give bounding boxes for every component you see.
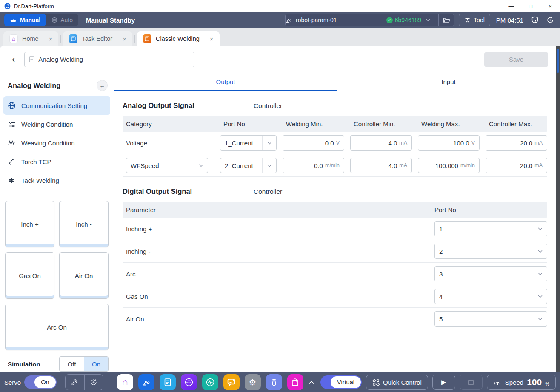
inch-plus-button[interactable]: Inch + <box>5 201 54 247</box>
dock-monitoring-app[interactable] <box>202 374 218 390</box>
arc-on-button[interactable]: Arc On <box>5 304 109 350</box>
folder-icon <box>443 17 450 23</box>
tool-button[interactable]: Tool <box>459 14 490 26</box>
robot-select[interactable]: robot-param-01 ✓ 6b946189 <box>285 14 454 26</box>
port-no-select[interactable]: 3 <box>434 266 547 281</box>
air-on-button[interactable]: Air On <box>59 252 109 299</box>
dock-home-app[interactable]: ⌂ <box>117 374 133 390</box>
dock-task-editor-app[interactable] <box>160 374 176 390</box>
sidebar-item-torch-tcp[interactable]: Torch TCP <box>3 152 110 171</box>
servo-label: Servo <box>4 379 21 386</box>
back-button[interactable]: ‹ <box>12 55 15 64</box>
tool-stand-icon <box>464 17 471 23</box>
settings-wrench-button[interactable] <box>66 375 84 390</box>
sidebar-menu: Communication Setting Welding Condition … <box>0 94 114 194</box>
servo-toggle[interactable]: On <box>24 375 56 389</box>
speed-value: 100 <box>527 377 542 387</box>
sidebar-item-tack-welding[interactable]: Tack Welding <box>3 171 110 190</box>
tack-weld-icon <box>8 176 16 185</box>
auto-mode-button[interactable]: Auto <box>46 14 78 26</box>
controller-max-input[interactable]: 20.0mA <box>486 158 547 173</box>
maximize-button[interactable]: □ <box>521 0 540 12</box>
sidebar-title: Analog Welding <box>8 82 60 90</box>
open-file-button[interactable] <box>439 14 454 26</box>
inch-minus-button[interactable]: Inch - <box>59 201 109 247</box>
digital-row-air-on: Air On 5 <box>123 308 547 330</box>
tab-task-editor[interactable]: Task Editor × <box>63 31 132 46</box>
recovery-button[interactable] <box>545 14 556 26</box>
port-no-select[interactable]: 1_Current <box>220 135 277 151</box>
safety-shield-button[interactable] <box>529 14 540 26</box>
speed-unit: % <box>545 381 549 386</box>
dock-robot-param-app[interactable] <box>138 374 154 390</box>
speed-button[interactable]: Speed 100 % <box>487 375 556 390</box>
port-no-select[interactable]: 4 <box>434 289 547 304</box>
chevron-down-icon[interactable] <box>426 18 431 22</box>
robot-name: robot-param-01 <box>296 17 337 23</box>
jog-pad-icon <box>184 378 194 387</box>
quick-control-icon <box>372 379 380 386</box>
dock-remote-app[interactable] <box>266 374 282 390</box>
port-no-select[interactable]: 5 <box>434 311 547 327</box>
sidebar-item-communication-setting[interactable]: Communication Setting <box>3 96 110 115</box>
welding-min-input[interactable]: 0.0m/min <box>283 158 344 173</box>
manual-mode-button[interactable]: Manual <box>4 14 46 26</box>
window-title: Dr.Dart-Platform <box>14 3 54 9</box>
dock-jog-app[interactable] <box>181 374 197 390</box>
welding-max-input[interactable]: 100.000m/min <box>418 158 480 173</box>
simulation-on-button[interactable]: On <box>84 357 108 371</box>
controller-min-input[interactable]: 4.0mA <box>350 158 412 173</box>
port-no-select[interactable]: 1 <box>434 221 547 236</box>
welding-max-input[interactable]: 100.0V <box>418 135 480 151</box>
scrollbar-track[interactable] <box>556 46 560 372</box>
mode-switch: Manual Auto <box>4 14 78 26</box>
category-select[interactable]: WFSpeed <box>126 158 208 173</box>
stop-button[interactable] <box>460 375 483 390</box>
dock-settings-app[interactable]: ⚙ <box>245 374 261 390</box>
digital-section-subtitle: Controller <box>254 188 282 196</box>
sync-reset-button[interactable] <box>84 375 103 390</box>
tab-close-icon[interactable]: × <box>49 35 53 43</box>
analog-section-title: Analog Output Signal <box>123 102 254 110</box>
virtual-mode-toggle[interactable]: Virtual <box>320 375 362 389</box>
sidebar-item-weaving-condition[interactable]: Weaving Condition <box>3 134 110 152</box>
minimize-button[interactable]: — <box>501 0 521 12</box>
scrollbar-thumb[interactable] <box>557 49 559 73</box>
sync-icon <box>90 378 97 386</box>
controller-max-input[interactable]: 20.0mA <box>486 135 547 151</box>
tab-home[interactable]: ⌂ Home × <box>3 31 58 46</box>
welding-min-input[interactable]: 0.0V <box>283 135 344 151</box>
port-no-select[interactable]: 2 <box>434 244 547 259</box>
jog-button-grid: Inch + Inch - Gas On Air On Arc On <box>0 194 114 350</box>
sidebar-item-welding-condition[interactable]: Welding Condition <box>3 115 110 134</box>
tab-separator <box>60 35 61 43</box>
dock-expand-button[interactable] <box>309 381 314 384</box>
play-button[interactable]: ▶ <box>432 375 455 390</box>
quick-control-button[interactable]: Quick Control <box>366 375 428 390</box>
tab-classic-welding[interactable]: Classic Welding × <box>137 31 220 46</box>
chevron-up-icon <box>309 381 314 384</box>
tab-close-icon[interactable]: × <box>123 35 126 43</box>
controller-min-input[interactable]: 4.0mA <box>350 135 412 151</box>
port-no-select[interactable]: 2_Current <box>220 158 277 173</box>
bottom-right-controls: Virtual Quick Control ▶ Speed 100 % <box>320 375 557 390</box>
digital-row-inching-plus: Inching + 1 <box>123 218 547 240</box>
sidebar-collapse-button[interactable]: ← <box>97 80 108 91</box>
gas-on-button[interactable]: Gas On <box>5 252 54 299</box>
tab-input[interactable]: Input <box>337 73 560 91</box>
simulation-off-button[interactable]: Off <box>60 357 84 371</box>
chevron-down-icon <box>533 222 547 236</box>
program-title-input[interactable]: Analog Welding <box>24 52 194 67</box>
chevron-down-icon <box>262 158 276 173</box>
simulation-toggle: Off On <box>59 356 109 372</box>
bottom-dock-bar: Servo On ⌂ <box>0 372 560 392</box>
tab-close-icon[interactable]: × <box>210 35 214 43</box>
digital-row-inching-minus: Inching - 2 <box>123 240 547 263</box>
dock-store-app[interactable] <box>287 374 303 390</box>
controller-id-badge: ✓ 6b946189 <box>386 17 421 23</box>
tab-output[interactable]: Output <box>114 73 337 91</box>
document-icon <box>29 56 34 62</box>
dock-message-app[interactable] <box>223 374 240 390</box>
save-button[interactable]: Save <box>484 52 548 67</box>
close-button[interactable]: × <box>540 0 560 12</box>
